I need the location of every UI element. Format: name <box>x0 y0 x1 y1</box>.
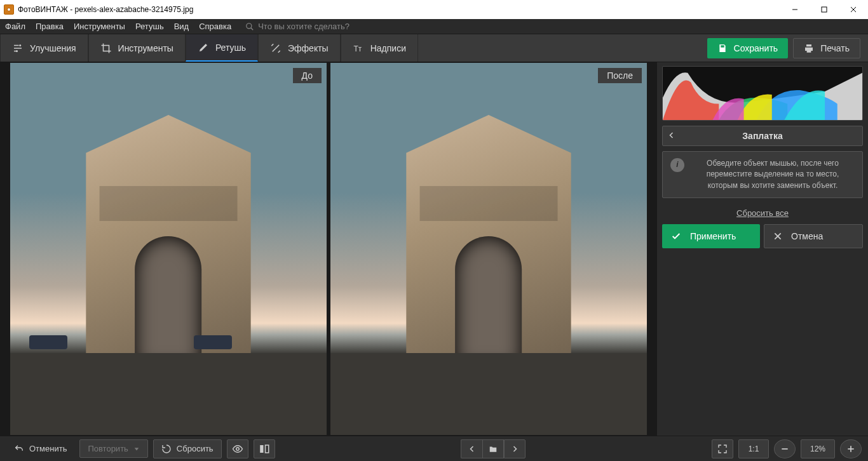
print-icon <box>804 43 814 53</box>
svg-rect-1 <box>822 7 827 12</box>
window-minimize-button[interactable] <box>780 0 810 19</box>
tab-label: Ретушь <box>215 43 246 53</box>
cancel-button[interactable]: Отмена <box>764 224 863 248</box>
folder-icon <box>489 444 498 453</box>
menu-view[interactable]: Вид <box>174 22 189 31</box>
tab-text[interactable]: Tт Надписи <box>341 34 418 62</box>
after-badge: После <box>598 68 642 83</box>
reset-all-link[interactable]: Сбросить все <box>662 203 863 219</box>
after-image-wrap: После <box>330 63 647 435</box>
zoom-value[interactable]: 12% <box>801 439 835 458</box>
text-icon: Tт <box>353 43 364 54</box>
reset-label: Сбросить <box>177 444 214 453</box>
print-label: Печать <box>820 43 850 53</box>
info-text: Обведите объект мышью, после чего переме… <box>691 158 855 191</box>
tabbar: Улучшения Инструменты Ретушь Эффекты Tт … <box>0 34 868 62</box>
tab-effects[interactable]: Эффекты <box>258 34 341 62</box>
reset-button[interactable]: Сбросить <box>153 439 222 458</box>
reset-icon <box>161 444 172 454</box>
redo-button[interactable]: Повторить <box>79 439 147 458</box>
crop-icon <box>100 43 112 54</box>
search-input[interactable] <box>258 22 385 31</box>
menu-retouch[interactable]: Ретушь <box>135 22 164 31</box>
nav-next-button[interactable] <box>504 439 526 458</box>
window-close-button[interactable] <box>839 0 868 19</box>
svg-point-12 <box>236 447 239 450</box>
menu-tools[interactable]: Инструменты <box>74 22 125 31</box>
app-icon <box>4 4 14 15</box>
compare-icon <box>259 443 270 455</box>
tab-label: Надписи <box>370 43 406 53</box>
svg-rect-14 <box>265 445 268 453</box>
svg-point-6 <box>19 44 21 46</box>
apply-button[interactable]: Применить <box>662 224 760 248</box>
main-area: До После Заплатка <box>0 62 868 436</box>
wand-icon <box>270 43 281 54</box>
search-icon <box>245 22 254 31</box>
zoom-out-button[interactable] <box>774 439 796 458</box>
chevron-down-icon <box>133 446 140 452</box>
panel-title-bar: Заплатка <box>662 126 863 146</box>
menu-edit[interactable]: Правка <box>36 22 64 31</box>
info-icon: i <box>670 158 684 172</box>
fit-screen-icon <box>717 444 728 454</box>
panel-title: Заплатка <box>742 131 782 141</box>
right-panel: Заплатка i Обведите объект мышью, после … <box>657 62 868 436</box>
fit-screen-button[interactable] <box>712 439 733 458</box>
svg-rect-13 <box>260 445 263 453</box>
tab-enhance[interactable]: Улучшения <box>0 34 88 62</box>
undo-icon <box>14 444 24 454</box>
svg-text:Tт: Tт <box>353 44 362 53</box>
tab-label: Инструменты <box>118 43 173 53</box>
tab-retouch[interactable]: Ретушь <box>186 34 258 62</box>
search-container <box>245 22 385 31</box>
compare-toggle-button[interactable] <box>254 439 275 458</box>
window-maximize-button[interactable] <box>810 0 839 19</box>
canvas-area: До После <box>0 62 657 436</box>
before-image-wrap: До <box>10 63 327 435</box>
preview-toggle-button[interactable] <box>227 439 248 458</box>
bottombar: Отменить Повторить Сбросить 1:1 12% <box>0 436 868 461</box>
eye-icon <box>232 443 243 455</box>
titlebar: ФотоВИНТАЖ - pexels-alex-azabache-321497… <box>0 0 868 19</box>
histogram[interactable] <box>662 66 863 121</box>
tab-label: Эффекты <box>288 43 329 53</box>
svg-point-4 <box>247 23 252 28</box>
undo-label: Отменить <box>29 444 67 453</box>
chevron-left-icon <box>668 131 675 139</box>
svg-point-7 <box>16 50 18 52</box>
nav-folder-button[interactable] <box>482 439 504 458</box>
back-button[interactable] <box>668 131 675 141</box>
zoom-in-button[interactable] <box>840 439 862 458</box>
window-title: ФотоВИНТАЖ - pexels-alex-azabache-321497… <box>18 5 193 14</box>
apply-label: Применить <box>690 231 736 241</box>
save-label: Сохранить <box>734 43 778 53</box>
brush-icon <box>198 42 209 53</box>
save-button[interactable]: Сохранить <box>707 38 789 58</box>
nav-prev-button[interactable] <box>461 439 482 458</box>
plus-icon <box>846 444 855 453</box>
nav-segment <box>461 439 526 458</box>
info-box: i Обведите объект мышью, после чего пере… <box>662 151 863 198</box>
undo-button[interactable]: Отменить <box>6 440 74 458</box>
before-badge: До <box>293 68 322 83</box>
menu-help[interactable]: Справка <box>199 22 231 31</box>
menubar: Файл Правка Инструменты Ретушь Вид Справ… <box>0 19 868 34</box>
sliders-icon <box>12 43 24 54</box>
after-image[interactable] <box>330 63 647 435</box>
minus-icon <box>780 444 789 453</box>
cancel-label: Отмена <box>791 231 823 241</box>
actual-size-button[interactable]: 1:1 <box>738 439 769 458</box>
check-icon <box>671 231 681 241</box>
tab-label: Улучшения <box>30 43 76 53</box>
svg-line-5 <box>251 27 254 30</box>
tab-tools[interactable]: Инструменты <box>88 34 186 62</box>
before-image[interactable] <box>10 63 327 435</box>
svg-marker-11 <box>135 448 139 450</box>
redo-label: Повторить <box>88 444 128 453</box>
menu-file[interactable]: Файл <box>5 22 25 31</box>
save-icon <box>717 43 728 53</box>
close-icon <box>773 232 782 241</box>
print-button[interactable]: Печать <box>793 38 860 58</box>
chevron-left-icon <box>468 445 476 453</box>
